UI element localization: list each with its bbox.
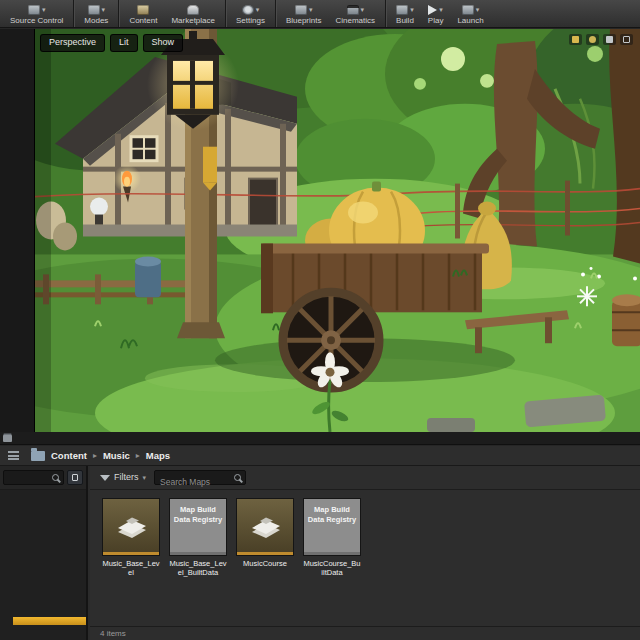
- toolbar-item-label: Blueprints: [286, 17, 322, 25]
- asset-tile[interactable]: Music_Base_Level: [102, 498, 160, 577]
- sources-options-icon[interactable]: [67, 470, 83, 485]
- chevron-down-icon: ▾: [439, 6, 443, 13]
- breadcrumb-music[interactable]: Music: [103, 451, 130, 461]
- toolbar-item-modes[interactable]: ▾ Modes: [77, 2, 115, 27]
- builtdata-thumbnail: Map Build Data Registry: [169, 498, 227, 556]
- source-control-icon: [28, 5, 40, 15]
- toolbar-item-content[interactable]: Content: [122, 2, 164, 27]
- marketplace-icon: [187, 5, 199, 15]
- filter-icon: [100, 475, 110, 481]
- filters-button[interactable]: Filters ▾: [100, 473, 146, 482]
- breadcrumb-content[interactable]: Content: [51, 451, 87, 461]
- builtdata-tile-text: Map Build Data Registry: [304, 499, 360, 525]
- level-viewport[interactable]: Perspective Lit Show: [35, 29, 640, 432]
- maximize-viewport-icon[interactable]: [620, 34, 633, 45]
- show-button[interactable]: Show: [143, 34, 184, 52]
- left-panel-edge: [0, 29, 35, 432]
- level-thumbnail: [102, 498, 160, 556]
- chevron-down-icon: ▾: [476, 6, 480, 13]
- perspective-button[interactable]: Perspective: [40, 34, 105, 52]
- unreal-editor-window: ▾ Source Control ▾ Modes Content Marketp…: [0, 0, 640, 640]
- sources-tree[interactable]: [0, 490, 86, 640]
- camera-speed-icon[interactable]: [586, 34, 599, 45]
- toolbar-item-label: Launch: [457, 17, 483, 25]
- breadcrumb-separator: ▸: [136, 452, 140, 460]
- toolbar-item-label: Cinematics: [335, 17, 375, 25]
- build-icon: [396, 5, 408, 15]
- toolbar-group: ▾ Settings: [225, 0, 275, 27]
- asset-search-input[interactable]: [155, 476, 245, 489]
- asset-type-stripe: [170, 552, 226, 555]
- level-icon: [112, 510, 152, 544]
- breadcrumb-bar: Content ▸ Music ▸ Maps: [0, 446, 640, 466]
- toolbar-item-label: Build: [396, 17, 414, 25]
- level-thumbnail: [236, 498, 294, 556]
- toolbar-item-marketplace[interactable]: Marketplace: [164, 2, 222, 27]
- asset-grid: Music_Base_Level Map Build Data Registry…: [90, 490, 640, 626]
- toolbar-item-play[interactable]: ▾ Play: [421, 2, 451, 27]
- content-browser: Filters ▾: [0, 466, 640, 640]
- viewport-corner-toolbar: [569, 34, 633, 45]
- screenshot-icon[interactable]: [603, 34, 616, 45]
- toolbar-item-blueprints[interactable]: ▾ Blueprints: [279, 2, 329, 27]
- chevron-down-icon: ▾: [256, 6, 260, 13]
- asset-name: MusicCourse_BuiltData: [303, 559, 361, 577]
- asset-type-stripe: [103, 552, 159, 555]
- blueprints-icon: [295, 5, 307, 15]
- chevron-down-icon: ▾: [102, 6, 106, 13]
- asset-type-stripe: [304, 552, 360, 555]
- asset-tile[interactable]: Map Build Data Registry Music_Base_Level…: [169, 498, 227, 577]
- sources-toggle-icon[interactable]: [8, 451, 19, 460]
- item-count: 4 items: [100, 629, 126, 638]
- toolbar-group: Content Marketplace: [118, 0, 225, 27]
- toolbar-group: ▾ Build ▾ Play ▾ Launch: [385, 0, 494, 27]
- level-icon: [246, 510, 286, 544]
- toolbar-item-source-control[interactable]: ▾ Source Control: [3, 2, 70, 27]
- chevron-down-icon: ▾: [42, 6, 46, 13]
- sources-search-row: [0, 466, 86, 490]
- content-browser-tab-icon[interactable]: [3, 435, 12, 442]
- toolbar-item-settings[interactable]: ▾ Settings: [229, 2, 272, 27]
- lit-button[interactable]: Lit: [110, 34, 138, 52]
- content-icon: [137, 5, 149, 15]
- toolbar-item-build[interactable]: ▾ Build: [389, 2, 421, 27]
- toolbar-item-label: Modes: [84, 17, 108, 25]
- toolbar-group: ▾ Blueprints ▾ Cinematics: [275, 0, 385, 27]
- viewport-toolbar: Perspective Lit Show: [40, 34, 183, 52]
- asset-tile[interactable]: Map Build Data Registry MusicCourse_Buil…: [303, 498, 361, 577]
- launch-icon: [462, 5, 474, 15]
- play-icon: [428, 5, 437, 15]
- asset-toolbar: Filters ▾: [90, 466, 640, 490]
- search-paths-input[interactable]: [3, 470, 64, 485]
- sources-panel: [0, 466, 88, 640]
- modes-icon: [88, 5, 100, 15]
- asset-type-stripe: [237, 552, 293, 555]
- status-bar: 4 items: [90, 626, 640, 640]
- toolbar-group: ▾ Modes: [73, 0, 118, 27]
- cinematics-icon: [347, 5, 359, 15]
- toolbar-item-label: Source Control: [10, 17, 63, 25]
- asset-tile[interactable]: MusicCourse: [236, 498, 294, 568]
- folder-icon: [31, 451, 45, 461]
- toolbar-item-label: Content: [129, 17, 157, 25]
- toolbar-item-label: Marketplace: [171, 17, 215, 25]
- chevron-down-icon: ▾: [410, 6, 414, 13]
- viewport-row: Perspective Lit Show: [0, 29, 640, 432]
- breadcrumb-maps[interactable]: Maps: [146, 451, 170, 461]
- asset-name: Music_Base_Level: [102, 559, 160, 577]
- toolbar-item-label: Settings: [236, 17, 265, 25]
- main-toolbar: ▾ Source Control ▾ Modes Content Marketp…: [0, 0, 640, 28]
- search-icon: [52, 474, 59, 481]
- panel-tab-strip: [0, 432, 640, 445]
- viewport-scene: [35, 29, 640, 432]
- grid-snap-icon[interactable]: [569, 34, 582, 45]
- toolbar-item-launch[interactable]: ▾ Launch: [450, 2, 490, 27]
- asset-name: MusicCourse: [236, 559, 294, 568]
- toolbar-item-cinematics[interactable]: ▾ Cinematics: [328, 2, 382, 27]
- toolbar-item-label: Play: [428, 17, 444, 25]
- chevron-down-icon: ▾: [309, 6, 313, 13]
- filters-label: Filters: [114, 473, 139, 482]
- asset-name: Music_Base_Level_BuiltData: [169, 559, 227, 577]
- chevron-down-icon: ▾: [143, 474, 147, 481]
- selected-source-highlight[interactable]: [13, 617, 86, 625]
